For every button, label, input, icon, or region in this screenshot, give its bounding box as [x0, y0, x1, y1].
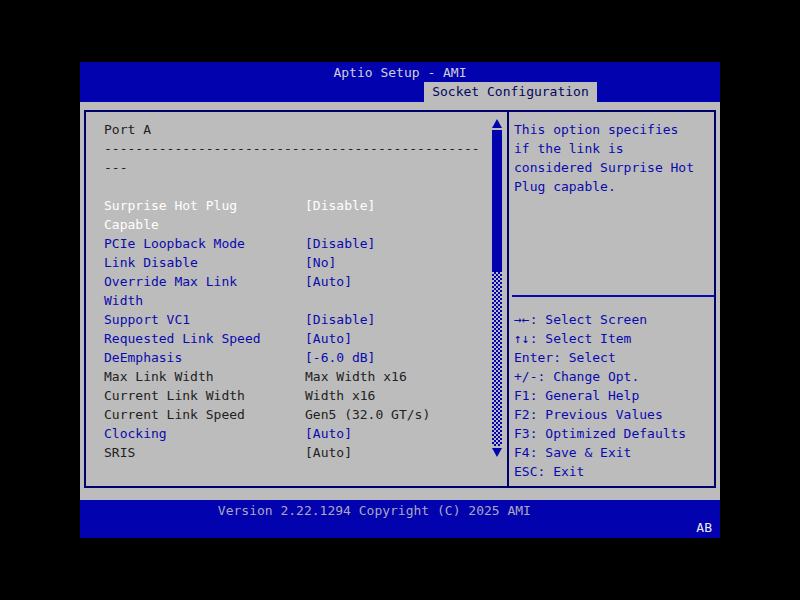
settings-list: Port A ---------------------------------… — [104, 120, 486, 462]
menu-item-value: Gen5 (32.0 GT/s) — [305, 405, 430, 424]
menu-item-link-disable[interactable]: Link Disable[No] — [104, 253, 486, 272]
menu-item-clocking[interactable]: Clocking[Auto] — [104, 424, 486, 443]
bios-setup-screen: Aptio Setup - AMI Socket Configuration P… — [80, 62, 720, 538]
hotkey-select-item: ↑↓: Select Item — [514, 329, 714, 348]
help-text-line: This option specifies — [514, 120, 712, 139]
menu-item-label: Clocking — [104, 426, 167, 441]
menu-item-value: [-6.0 dB] — [305, 348, 375, 367]
scrollbar-track[interactable] — [492, 272, 502, 446]
footer-bar: Version 2.22.1294 Copyright (C) 2025 AMI… — [80, 500, 720, 538]
menu-item-label: Max Link Width — [104, 369, 214, 384]
help-text-line: considered Surprise Hot — [514, 158, 712, 177]
menu-item-label: Link Disable — [104, 255, 198, 270]
help-separator — [512, 295, 714, 297]
menu-item-label: Current Link Speed — [104, 407, 245, 422]
hotkey-exit: ESC: Exit — [514, 462, 714, 481]
menu-item-label: SRIS — [104, 445, 135, 460]
scrollbar-down-arrow-icon[interactable] — [492, 448, 502, 457]
menu-item-label: Requested Link Speed — [104, 331, 261, 346]
menu-item-value: Max Width x16 — [305, 367, 407, 386]
menu-item-label: Override Max LinkWidth — [104, 274, 237, 308]
panel-divider — [507, 110, 509, 488]
section-title: Port A — [104, 120, 486, 139]
hotkey-legend: →←: Select Screen↑↓: Select ItemEnter: S… — [514, 310, 714, 481]
menu-item-value: [No] — [305, 253, 336, 272]
hotkey-change-opt: +/-: Change Opt. — [514, 367, 714, 386]
footer-badge: AB — [696, 520, 712, 535]
menu-item-current-link-width: Current Link WidthWidth x16 — [104, 386, 486, 405]
hotkey-select-screen: →←: Select Screen — [514, 310, 714, 329]
tab-socket-configuration[interactable]: Socket Configuration — [424, 82, 597, 102]
menu-item-support-vc1[interactable]: Support VC1[Disable] — [104, 310, 486, 329]
hotkey-general-help: F1: General Help — [514, 386, 714, 405]
menu-item-value: [Auto] — [305, 424, 352, 443]
main-area: Port A ---------------------------------… — [80, 102, 720, 500]
menu-item-value: [Auto] — [305, 329, 352, 348]
menu-item-sris: SRIS[Auto] — [104, 443, 486, 462]
scrollbar-up-arrow-icon[interactable] — [492, 119, 502, 128]
section-separator-line1: ----------------------------------------… — [104, 139, 486, 158]
menu-item-label: Surprise Hot PlugCapable — [104, 198, 237, 232]
hotkey-optimized-defaults: F3: Optimized Defaults — [514, 424, 714, 443]
menu-item-label: DeEmphasis — [104, 350, 182, 365]
title-bar: Aptio Setup - AMI Socket Configuration — [80, 62, 720, 102]
menu-item-value: Width x16 — [305, 386, 375, 405]
help-text-line: Plug capable. — [514, 177, 712, 196]
menu-item-label: Support VC1 — [104, 312, 190, 327]
help-text: This option specifiesif the link isconsi… — [514, 120, 712, 196]
version-text: Version 2.22.1294 Copyright (C) 2025 AMI — [218, 502, 531, 520]
menu-item-deemphasis[interactable]: DeEmphasis[-6.0 dB] — [104, 348, 486, 367]
menu-item-requested-link-speed[interactable]: Requested Link Speed[Auto] — [104, 329, 486, 348]
spacer-line — [104, 177, 486, 196]
menu-item-value: [Auto] — [305, 443, 352, 462]
menu-item-override-max-link-width[interactable]: Override Max LinkWidth[Auto] — [104, 272, 486, 310]
menu-item-value: [Disable] — [305, 310, 375, 329]
menu-item-current-link-speed: Current Link SpeedGen5 (32.0 GT/s) — [104, 405, 486, 424]
menu-item-pcie-loopback-mode[interactable]: PCIe Loopback Mode[Disable] — [104, 234, 486, 253]
menu-item-value: [Auto] — [305, 272, 352, 291]
menu-item-label: Current Link Width — [104, 388, 245, 403]
section-separator-line2: --- — [104, 158, 486, 177]
menu-items: Surprise Hot PlugCapable[Disable]PCIe Lo… — [104, 196, 486, 462]
hotkey-select: Enter: Select — [514, 348, 714, 367]
hotkey-save-exit: F4: Save & Exit — [514, 443, 714, 462]
app-title: Aptio Setup - AMI — [80, 64, 720, 82]
hotkey-previous-values: F2: Previous Values — [514, 405, 714, 424]
menu-item-value: [Disable] — [305, 234, 375, 253]
scrollbar-thumb[interactable] — [492, 130, 502, 272]
menu-item-max-link-width: Max Link WidthMax Width x16 — [104, 367, 486, 386]
menu-item-surprise-hot-plug-capable[interactable]: Surprise Hot PlugCapable[Disable] — [104, 196, 486, 234]
help-text-line: if the link is — [514, 139, 712, 158]
menu-item-label: PCIe Loopback Mode — [104, 236, 245, 251]
menu-item-value: [Disable] — [305, 196, 375, 215]
